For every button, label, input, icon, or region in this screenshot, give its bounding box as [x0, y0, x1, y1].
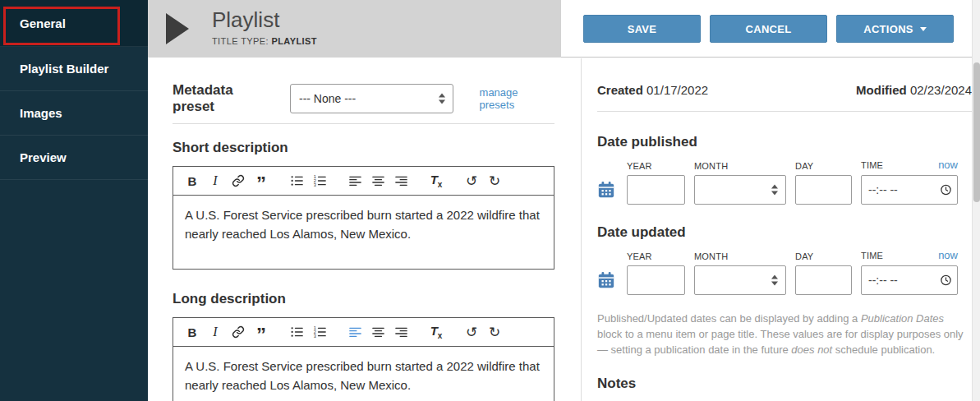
sidebar-item-label: Preview	[20, 150, 67, 164]
chevron-down-icon	[920, 27, 927, 31]
divider	[597, 111, 972, 112]
italic-icon: I	[213, 173, 217, 188]
metadata-preset-select[interactable]: --- None ---	[290, 84, 453, 113]
save-button[interactable]: SAVE	[583, 15, 701, 43]
clear-formatting-button[interactable]: Tx	[425, 170, 448, 191]
month-select[interactable]	[694, 265, 786, 295]
actions-button-label: ACTIONS	[863, 23, 913, 35]
ordered-list-icon: 123	[313, 174, 327, 187]
undo-button[interactable]: ↺	[460, 170, 483, 191]
ordered-list-button[interactable]: 123	[308, 321, 331, 343]
blockquote-button[interactable]: ”	[250, 170, 273, 191]
stepper-icon	[771, 275, 778, 286]
short-description-input[interactable]: A U.S. Forest Service prescribed burn st…	[173, 196, 554, 270]
align-center-icon	[371, 174, 385, 187]
cancel-button[interactable]: CANCEL	[710, 15, 827, 43]
align-right-button[interactable]	[389, 170, 412, 191]
date-published-fields: YEAR MONTH DAY TIME now	[597, 159, 972, 205]
bold-button[interactable]: B	[181, 321, 204, 343]
page-header: Playlist TITLE TYPE: PLAYLIST SAVE CANCE…	[148, 0, 980, 58]
title-type-value: PLAYLIST	[271, 36, 316, 46]
year-label: YEAR	[627, 161, 685, 171]
sidebar-item-playlist-builder[interactable]: Playlist Builder	[0, 47, 148, 91]
link-button[interactable]	[227, 170, 250, 191]
bold-icon: B	[188, 174, 197, 188]
svg-text:3: 3	[313, 182, 315, 187]
align-left-button[interactable]	[343, 170, 366, 191]
created-date: Created 01/17/2022	[597, 83, 708, 97]
italic-button[interactable]: I	[204, 170, 227, 191]
sidebar-item-label: Playlist Builder	[20, 62, 108, 76]
redo-button[interactable]: ↻	[483, 170, 506, 191]
date-updated-heading: Date updated	[597, 224, 972, 241]
clear-formatting-button[interactable]: Tx	[425, 321, 448, 343]
now-link[interactable]: now	[938, 159, 958, 171]
clock-icon	[940, 274, 952, 287]
undo-icon: ↺	[466, 173, 477, 189]
blockquote-icon: ”	[256, 180, 266, 188]
page-title: Playlist	[212, 7, 317, 33]
align-right-icon	[394, 174, 408, 187]
unordered-list-button[interactable]	[285, 170, 308, 191]
now-link[interactable]: now	[938, 249, 958, 261]
save-button-label: SAVE	[628, 23, 657, 35]
sidebar-item-images[interactable]: Images	[0, 91, 148, 136]
short-description-toolbar: B I ” 123 Tx ↺ ↻	[173, 166, 554, 196]
italic-button[interactable]: I	[204, 321, 227, 343]
clear-formatting-icon: Tx	[430, 173, 443, 189]
short-description-heading: Short description	[173, 140, 554, 156]
align-right-button[interactable]	[389, 321, 412, 343]
calendar-icon[interactable]	[597, 271, 615, 289]
editor-column: Metadata preset --- None --- manage pres…	[173, 58, 554, 401]
year-input[interactable]	[627, 175, 685, 205]
long-description-input[interactable]: A U.S. Forest Service prescribed burn st…	[173, 347, 554, 401]
redo-button[interactable]: ↻	[483, 321, 506, 343]
scrollbar-thumb[interactable]	[973, 62, 980, 202]
actions-button[interactable]: ACTIONS	[836, 15, 954, 43]
cancel-button-label: CANCEL	[746, 23, 792, 35]
align-center-icon	[371, 325, 385, 339]
italic-icon: I	[213, 325, 217, 339]
scrollbar-track[interactable]	[972, 0, 980, 401]
align-left-button-active[interactable]	[343, 321, 366, 343]
align-center-button[interactable]	[366, 170, 389, 191]
undo-icon: ↺	[466, 324, 477, 340]
month-label: MONTH	[694, 161, 786, 171]
sidebar-item-general[interactable]: General	[0, 0, 148, 47]
link-button[interactable]	[227, 321, 250, 343]
stepper-icon	[439, 94, 445, 104]
ordered-list-button[interactable]: 123	[308, 170, 331, 191]
date-published-heading: Date published	[597, 134, 972, 150]
link-icon	[232, 174, 245, 187]
undo-button[interactable]: ↺	[460, 321, 483, 343]
stepper-icon	[771, 185, 778, 196]
divider	[173, 123, 554, 124]
bold-button[interactable]: B	[181, 170, 204, 191]
svg-text:3: 3	[313, 334, 315, 339]
play-icon	[166, 13, 189, 44]
blockquote-button[interactable]: ”	[250, 321, 273, 343]
clock-icon	[940, 184, 952, 196]
align-center-button[interactable]	[366, 321, 389, 343]
day-input[interactable]	[795, 175, 852, 205]
calendar-icon[interactable]	[597, 181, 615, 199]
year-input[interactable]	[627, 265, 685, 295]
clear-formatting-icon: Tx	[430, 324, 443, 340]
bold-icon: B	[188, 325, 197, 339]
metadata-preset-label: Metadata preset	[173, 82, 277, 115]
sidebar-item-preview[interactable]: Preview	[0, 136, 148, 180]
link-icon	[232, 325, 245, 339]
month-select[interactable]	[694, 175, 786, 205]
redo-icon: ↻	[489, 173, 500, 189]
manage-presets-link[interactable]: manage presets	[480, 86, 554, 111]
time-label: TIME	[861, 251, 883, 260]
time-label: TIME	[861, 160, 883, 170]
sidebar-item-label: Images	[20, 106, 62, 120]
day-input[interactable]	[795, 265, 852, 295]
align-left-icon	[348, 174, 362, 187]
long-description-toolbar: B I ” 123 Tx ↺ ↻	[173, 317, 554, 347]
title-banner: Playlist TITLE TYPE: PLAYLIST	[148, 0, 561, 58]
redo-icon: ↻	[489, 324, 500, 340]
year-label: YEAR	[627, 251, 685, 261]
unordered-list-button[interactable]	[285, 321, 308, 343]
